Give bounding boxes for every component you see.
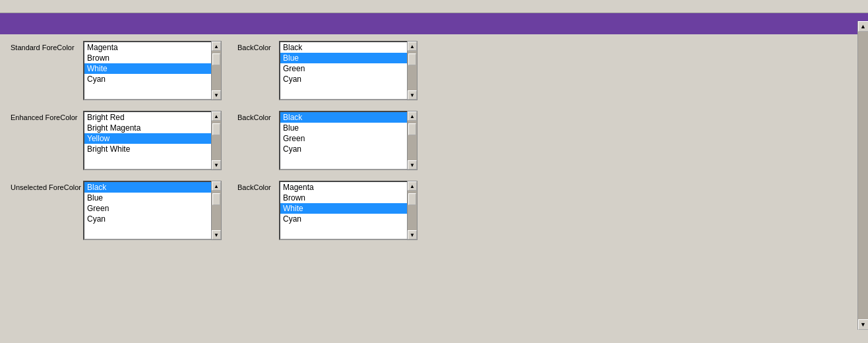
- fore-scrollbar-standard[interactable]: ▲▼: [211, 41, 222, 100]
- back-label-unselected: BackColor: [237, 181, 274, 191]
- fore-item-unselected-3[interactable]: Cyan: [84, 214, 220, 224]
- back-item-enhanced-0[interactable]: Black: [280, 112, 416, 123]
- back-item-standard-0[interactable]: Black: [280, 42, 416, 53]
- fore-label-enhanced: Enhanced ForeColor: [11, 111, 83, 121]
- back-item-unselected-2[interactable]: White: [280, 203, 416, 214]
- back-scroll-thumb-unselected[interactable]: [408, 193, 416, 205]
- fore-item-standard-3[interactable]: Cyan: [84, 74, 220, 84]
- back-item-enhanced-2[interactable]: Green: [280, 133, 416, 144]
- back-item-standard-3[interactable]: Cyan: [280, 74, 416, 84]
- back-scroll-up-unselected[interactable]: ▲: [408, 181, 417, 191]
- back-scroll-thumb-enhanced[interactable]: [408, 123, 416, 135]
- fore-listbox-standard[interactable]: MagentaBrownWhiteCyan: [83, 41, 222, 100]
- fore-item-standard-0[interactable]: Magenta: [84, 42, 220, 53]
- main-scrollbar[interactable]: ▲ ▼: [857, 21, 868, 330]
- back-scroll-track-enhanced: [408, 121, 417, 160]
- fore-item-enhanced-2[interactable]: Yellow: [84, 133, 220, 144]
- back-item-standard-2[interactable]: Green: [280, 63, 416, 74]
- back-scroll-up-standard[interactable]: ▲: [408, 42, 417, 51]
- fore-item-enhanced-1[interactable]: Bright Magenta: [84, 123, 220, 133]
- fore-item-standard-2[interactable]: White: [84, 63, 220, 74]
- fore-item-enhanced-3[interactable]: Bright White: [84, 144, 220, 154]
- main-scroll-down[interactable]: ▼: [858, 319, 869, 330]
- fore-item-standard-1[interactable]: Brown: [84, 53, 220, 63]
- fore-label-unselected: Unselected ForeColor: [11, 181, 83, 191]
- fore-scroll-thumb-enhanced[interactable]: [212, 123, 220, 135]
- color-row-standard: Standard ForeColorMagentaBrownWhiteCyan▲…: [11, 41, 857, 100]
- back-item-enhanced-3[interactable]: Cyan: [280, 144, 416, 154]
- back-label-standard: BackColor: [237, 41, 274, 51]
- fore-scrollbar-enhanced[interactable]: ▲▼: [211, 111, 222, 170]
- header-bar: [0, 13, 868, 34]
- fore-scroll-down-unselected[interactable]: ▼: [212, 230, 221, 239]
- main-scroll-track: [858, 32, 869, 319]
- main-content: Standard ForeColorMagentaBrownWhiteCyan▲…: [0, 34, 868, 343]
- back-scrollbar-standard[interactable]: ▲▼: [407, 41, 418, 100]
- color-row-unselected: Unselected ForeColorBlackBlueGreenCyan▲▼…: [11, 181, 857, 240]
- back-item-standard-1[interactable]: Blue: [280, 53, 416, 63]
- back-listbox-standard[interactable]: BlackBlueGreenCyan: [279, 41, 418, 100]
- back-listbox-enhanced[interactable]: BlackBlueGreenCyan: [279, 111, 418, 170]
- fore-scroll-thumb-unselected[interactable]: [212, 193, 220, 205]
- fore-listbox-container-standard: MagentaBrownWhiteCyan▲▼: [83, 41, 222, 100]
- back-listbox-container-unselected: MagentaBrownWhiteCyan▲▼: [279, 181, 418, 240]
- fore-scroll-track-enhanced: [212, 121, 221, 160]
- fore-item-unselected-1[interactable]: Blue: [84, 193, 220, 203]
- back-scroll-down-enhanced[interactable]: ▼: [408, 160, 417, 170]
- back-scroll-track-standard: [408, 51, 417, 90]
- fore-scroll-up-unselected[interactable]: ▲: [212, 181, 221, 191]
- back-item-unselected-1[interactable]: Brown: [280, 193, 416, 203]
- back-item-unselected-0[interactable]: Magenta: [280, 182, 416, 193]
- back-label-enhanced: BackColor: [237, 111, 274, 121]
- title-bar: [0, 0, 868, 13]
- back-scroll-down-unselected[interactable]: ▼: [408, 230, 417, 239]
- back-listbox-unselected[interactable]: MagentaBrownWhiteCyan: [279, 181, 418, 240]
- fore-label-standard: Standard ForeColor: [11, 41, 83, 51]
- back-item-unselected-3[interactable]: Cyan: [280, 214, 416, 224]
- back-scroll-track-unselected: [408, 191, 417, 230]
- fore-listbox-enhanced[interactable]: Bright RedBright MagentaYellowBright Whi…: [83, 111, 222, 170]
- back-item-enhanced-1[interactable]: Blue: [280, 123, 416, 133]
- color-row-enhanced: Enhanced ForeColorBright RedBright Magen…: [11, 111, 857, 170]
- back-listbox-container-standard: BlackBlueGreenCyan▲▼: [279, 41, 418, 100]
- fore-item-unselected-2[interactable]: Green: [84, 203, 220, 214]
- fore-scroll-track-unselected: [212, 191, 221, 230]
- fore-scrollbar-unselected[interactable]: ▲▼: [211, 181, 222, 240]
- fore-listbox-container-enhanced: Bright RedBright MagentaYellowBright Whi…: [83, 111, 222, 170]
- back-scroll-down-standard[interactable]: ▼: [408, 90, 417, 100]
- fore-scroll-up-enhanced[interactable]: ▲: [212, 111, 221, 121]
- fore-scroll-track-standard: [212, 51, 221, 90]
- fore-item-enhanced-0[interactable]: Bright Red: [84, 112, 220, 123]
- fore-scroll-up-standard[interactable]: ▲: [212, 42, 221, 51]
- fore-scroll-down-standard[interactable]: ▼: [212, 90, 221, 100]
- back-scrollbar-unselected[interactable]: ▲▼: [407, 181, 418, 240]
- fore-listbox-unselected[interactable]: BlackBlueGreenCyan: [83, 181, 222, 240]
- back-scroll-thumb-standard[interactable]: [408, 53, 416, 65]
- fore-scroll-down-enhanced[interactable]: ▼: [212, 160, 221, 170]
- main-scroll-up[interactable]: ▲: [858, 21, 869, 32]
- back-listbox-container-enhanced: BlackBlueGreenCyan▲▼: [279, 111, 418, 170]
- fore-scroll-thumb-standard[interactable]: [212, 53, 220, 65]
- fore-listbox-container-unselected: BlackBlueGreenCyan▲▼: [83, 181, 222, 240]
- fore-item-unselected-0[interactable]: Black: [84, 182, 220, 193]
- back-scroll-up-enhanced[interactable]: ▲: [408, 111, 417, 121]
- back-scrollbar-enhanced[interactable]: ▲▼: [407, 111, 418, 170]
